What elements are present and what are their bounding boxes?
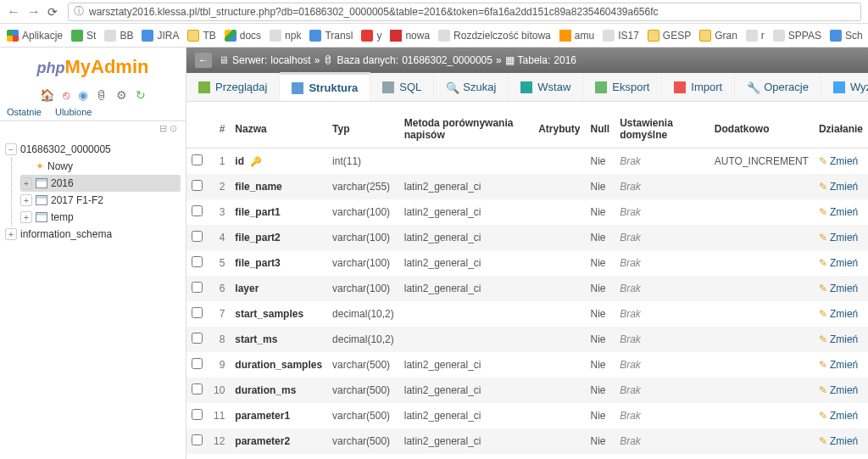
cell-null: Nie — [585, 454, 615, 459]
bookmark-item[interactable]: IS17 — [603, 30, 639, 42]
bookmark-item[interactable]: St — [71, 30, 96, 42]
reload-icon[interactable]: ⟳ — [47, 5, 61, 19]
expand-icon[interactable]: + — [20, 177, 32, 189]
bookmark-item[interactable]: TB — [187, 30, 215, 42]
table-node[interactable]: + 2016 — [20, 175, 181, 192]
bookmark-item[interactable]: SPPAS — [773, 30, 821, 42]
row-checkbox[interactable] — [192, 231, 203, 242]
col-type[interactable]: Typ — [327, 110, 399, 148]
change-link[interactable]: Zmień — [830, 333, 858, 345]
row-checkbox[interactable] — [192, 154, 203, 165]
expand-icon[interactable]: + — [20, 194, 32, 206]
bookmark-item[interactable]: GESP — [648, 30, 691, 42]
bookmark-item[interactable]: Transl — [309, 30, 353, 42]
sql-icon[interactable]: 🛢 — [96, 88, 108, 102]
cell-default: Brak — [615, 403, 709, 428]
cell-num: 9 — [209, 352, 230, 378]
tab-recent[interactable]: Ostatnie — [0, 104, 48, 120]
change-link[interactable]: Zmień — [830, 359, 858, 371]
expand-icon[interactable]: + — [5, 228, 17, 240]
docs-icon[interactable]: ◉ — [78, 88, 88, 102]
new-table[interactable]: ✦ Nowy — [20, 158, 181, 175]
bookmark-item[interactable]: nowa — [390, 30, 430, 42]
col-null[interactable]: Null — [585, 110, 615, 148]
change-link[interactable]: Zmień — [830, 232, 858, 243]
bookmark-item[interactable]: amu — [559, 30, 594, 42]
table-row: 1id 🔑int(11)NieBrakAUTO_INCREMENT✎Zmień — [186, 148, 868, 175]
col-collation[interactable]: Metoda porównywania napisów — [399, 110, 533, 148]
forward-icon[interactable]: → — [27, 4, 41, 20]
table-node[interactable]: + temp — [20, 209, 181, 226]
bookmark-item[interactable]: BB — [104, 30, 133, 42]
row-checkbox[interactable] — [192, 307, 203, 318]
cell-null: Nie — [585, 174, 615, 199]
tab-sql[interactable]: SQL — [370, 73, 434, 101]
bookmark-item[interactable]: JIRA — [142, 30, 179, 42]
row-checkbox[interactable] — [192, 434, 203, 445]
phpmyadmin-logo[interactable]: phpMyAdmin — [0, 48, 186, 87]
nav-back-icon[interactable]: ← — [195, 53, 212, 68]
row-checkbox[interactable] — [192, 205, 203, 216]
bookmark-item[interactable]: docs — [225, 30, 261, 42]
bookmark-icon — [773, 30, 785, 42]
col-extra[interactable]: Dodatkowo — [709, 110, 814, 148]
bookmark-item[interactable]: Rozdzielczość bitowa — [438, 30, 551, 42]
tab-export[interactable]: Eksport — [583, 73, 662, 101]
sidebar: phpMyAdmin 🏠 ⎋ ◉ 🛢 ⚙ ↻ Ostatnie Ulubione… — [0, 48, 186, 459]
row-checkbox[interactable] — [192, 180, 203, 191]
tab-structure[interactable]: Struktura — [280, 72, 370, 101]
change-link[interactable]: Zmień — [830, 410, 858, 422]
logout-icon[interactable]: ⎋ — [63, 88, 70, 102]
col-default[interactable]: Ustawienia domyślne — [615, 110, 709, 148]
change-link[interactable]: Zmień — [830, 206, 858, 218]
url-bar[interactable]: ⓘ warsztaty2016.klessa.pl/tbl_structure.… — [68, 3, 861, 21]
row-checkbox[interactable] — [192, 256, 203, 267]
row-checkbox[interactable] — [192, 333, 203, 344]
row-checkbox[interactable] — [192, 358, 203, 369]
breadcrumb-db[interactable]: 01686302_0000005 — [402, 54, 492, 66]
breadcrumb-server[interactable]: localhost — [270, 54, 310, 66]
change-link[interactable]: Zmień — [830, 155, 858, 167]
cell-extra — [709, 250, 814, 276]
change-link[interactable]: Zmień — [830, 384, 858, 396]
change-link[interactable]: Zmień — [830, 181, 858, 193]
bookmark-item[interactable]: Gran — [699, 30, 737, 42]
settings-icon[interactable]: ⚙ — [116, 88, 127, 102]
tab-triggers[interactable]: Wyzwal — [821, 73, 868, 101]
tab-import[interactable]: Import — [662, 73, 735, 101]
row-checkbox[interactable] — [192, 383, 203, 395]
tab-operations[interactable]: 🔧Operacje — [735, 73, 821, 101]
table-node[interactable]: + 2017 F1-F2 — [20, 192, 181, 209]
apps-button[interactable]: Aplikacje — [7, 30, 63, 42]
bookmark-item[interactable]: npk — [270, 30, 301, 42]
collapse-icon[interactable]: − — [5, 143, 17, 155]
db-node[interactable]: − 01686302_0000005 — [5, 141, 181, 158]
change-link[interactable]: Zmień — [830, 283, 858, 294]
change-link[interactable]: Zmień — [830, 435, 858, 447]
change-link[interactable]: Zmień — [830, 257, 858, 269]
tab-insert[interactable]: Wstaw — [509, 73, 583, 101]
tab-browse[interactable]: Przeglądaj — [186, 73, 280, 101]
row-checkbox[interactable] — [192, 282, 203, 293]
expand-icon[interactable]: + — [20, 211, 32, 223]
db-node[interactable]: + information_schema — [5, 226, 181, 243]
tree-collapse[interactable]: ⊟ ⊙ — [0, 121, 186, 136]
change-link[interactable]: Zmień — [830, 308, 858, 320]
bookmark-item[interactable]: Sch — [830, 30, 863, 42]
breadcrumb-table[interactable]: 2016 — [554, 54, 576, 66]
row-checkbox[interactable] — [192, 409, 203, 420]
bookmark-item[interactable]: y — [361, 30, 381, 42]
table-row: 7start_samplesdecimal(10,2)NieBrak✎Zmień — [186, 301, 868, 327]
cell-type: varchar(500) — [327, 428, 399, 454]
col-attributes[interactable]: Atrybuty — [533, 110, 585, 148]
bookmark-item[interactable]: r — [746, 30, 765, 42]
tab-favorites[interactable]: Ulubione — [48, 104, 98, 120]
col-num[interactable]: # — [209, 110, 230, 148]
reload-icon[interactable]: ↻ — [136, 88, 146, 102]
col-action[interactable]: Działanie — [814, 110, 868, 148]
col-name[interactable]: Nazwa — [230, 110, 327, 148]
tab-search[interactable]: 🔍Szukaj — [434, 73, 509, 101]
cell-name: duration_samples — [230, 352, 327, 378]
home-icon[interactable]: 🏠 — [40, 88, 54, 102]
back-icon[interactable]: ← — [7, 4, 20, 20]
